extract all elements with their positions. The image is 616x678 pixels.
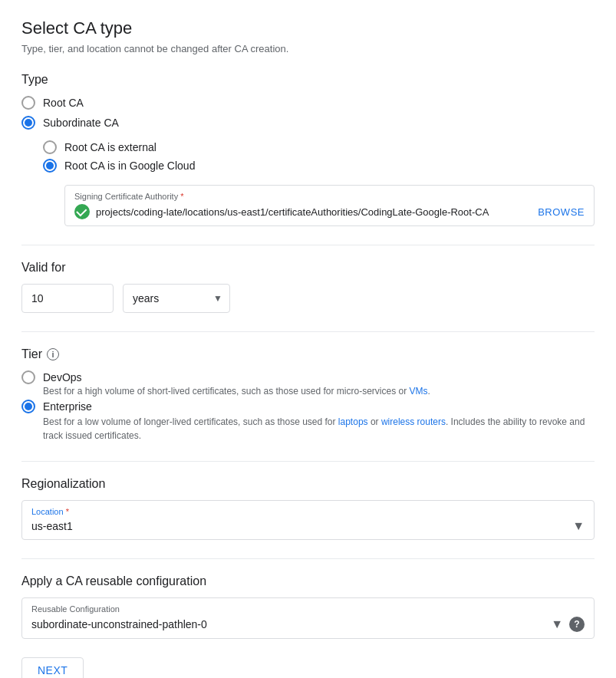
radio-devops[interactable] (21, 370, 35, 384)
radio-item-external[interactable]: Root CA is external (43, 140, 595, 154)
tier-info-icon[interactable]: i (47, 348, 59, 360)
radio-external[interactable] (43, 140, 57, 154)
radio-item-enterprise[interactable]: Enterprise (21, 400, 595, 413)
radio-label-external: Root CA is external (64, 141, 156, 153)
valid-for-title: Valid for (21, 261, 595, 275)
radio-google-cloud[interactable] (43, 159, 57, 173)
signing-ca-path: projects/coding-late/locations/us-east1/… (96, 206, 489, 218)
devops-vms-link[interactable]: VMs (410, 386, 428, 397)
reusable-config-section: Apply a CA reusable configuration Reusab… (21, 574, 595, 639)
enterprise-desc-text1: Best for a low volume of longer-lived ce… (43, 416, 338, 427)
divider-1 (21, 245, 595, 245)
location-value-row: us-east1 ▼ (31, 519, 585, 533)
devops-desc-text: Best for a high volume of short-lived ce… (43, 386, 410, 397)
config-icons: ▼ ? (551, 617, 585, 632)
radio-item-google-cloud[interactable]: Root CA is in Google Cloud (43, 159, 595, 173)
reusable-config-label: Reusable Configuration (31, 604, 585, 614)
divider-4 (21, 558, 595, 559)
radio-item-root-ca[interactable]: Root CA (21, 96, 595, 110)
type-section: Type Root CA Subordinate CA Root CA is e… (21, 73, 595, 226)
tier-section: Tier i DevOps Best for a high volume of … (21, 347, 595, 443)
signing-ca-value-row: projects/coding-late/locations/us-east1/… (74, 204, 585, 219)
enterprise-routers-link[interactable]: wireless routers (381, 416, 446, 427)
radio-item-devops[interactable]: DevOps (21, 370, 595, 384)
radio-item-subordinate-ca[interactable]: Subordinate CA (21, 116, 595, 130)
tier-section-header: Tier i (21, 347, 595, 361)
valid-for-input[interactable] (21, 284, 114, 313)
radio-label-subordinate-ca: Subordinate CA (43, 117, 119, 129)
next-button[interactable]: NEXT (21, 657, 84, 678)
check-icon (74, 204, 90, 219)
browse-button[interactable]: BROWSE (538, 206, 585, 218)
radio-label-google-cloud: Root CA is in Google Cloud (64, 160, 195, 172)
location-field[interactable]: Location * us-east1 ▼ (21, 500, 595, 540)
location-dropdown-arrow-icon: ▼ (572, 519, 585, 533)
unit-select[interactable]: hours days months years (123, 284, 230, 313)
enterprise-laptops-link[interactable]: laptops (338, 416, 368, 427)
radio-root-ca[interactable] (21, 96, 35, 110)
signing-ca-field: Signing Certificate Authority * projects… (64, 185, 595, 226)
reusable-config-value: subordinate-unconstrained-pathlen-0 (31, 618, 207, 630)
reusable-config-title: Apply a CA reusable configuration (21, 574, 595, 588)
devops-option: DevOps Best for a high volume of short-l… (21, 370, 595, 397)
signing-ca-label: Signing Certificate Authority * (74, 192, 585, 201)
config-dropdown-arrow-icon[interactable]: ▼ (551, 617, 563, 631)
divider-3 (21, 461, 595, 462)
signing-ca-value: projects/coding-late/locations/us-east1/… (74, 204, 489, 219)
radio-label-devops: DevOps (43, 371, 82, 383)
enterprise-description: Best for a low volume of longer-lived ce… (43, 415, 595, 443)
enterprise-option: Enterprise Best for a low volume of long… (21, 400, 595, 443)
valid-for-row: hours days months years ▼ (21, 284, 595, 313)
page-title: Select CA type (21, 18, 595, 38)
radio-label-root-ca: Root CA (43, 97, 84, 109)
radio-label-enterprise: Enterprise (43, 400, 92, 413)
location-value: us-east1 (31, 520, 73, 532)
valid-for-section: Valid for hours days months years ▼ (21, 261, 595, 313)
type-section-title: Type (21, 73, 595, 87)
devops-desc-end: . (428, 386, 430, 397)
actions-row: NEXT (21, 657, 595, 678)
tier-section-title: Tier (21, 347, 42, 361)
radio-subordinate-ca[interactable] (21, 116, 35, 130)
page-subtitle: Type, tier, and location cannot be chang… (21, 43, 595, 54)
regionalization-title: Regionalization (21, 477, 595, 491)
reusable-config-row: subordinate-unconstrained-pathlen-0 ▼ ? (31, 617, 585, 632)
unit-select-wrapper: hours days months years ▼ (123, 284, 230, 313)
location-label: Location * (31, 507, 585, 516)
divider-2 (21, 331, 595, 332)
reusable-config-field: Reusable Configuration subordinate-uncon… (21, 597, 595, 639)
subordinate-ca-sub-options: Root CA is external Root CA is in Google… (43, 140, 595, 226)
devops-description: Best for a high volume of short-lived ce… (43, 386, 595, 397)
type-radio-group: Root CA Subordinate CA Root CA is extern… (21, 96, 595, 226)
radio-enterprise[interactable] (21, 400, 35, 413)
regionalization-section: Regionalization Location * us-east1 ▼ (21, 477, 595, 540)
enterprise-desc-text2: or (368, 416, 381, 427)
config-help-icon[interactable]: ? (569, 617, 585, 632)
